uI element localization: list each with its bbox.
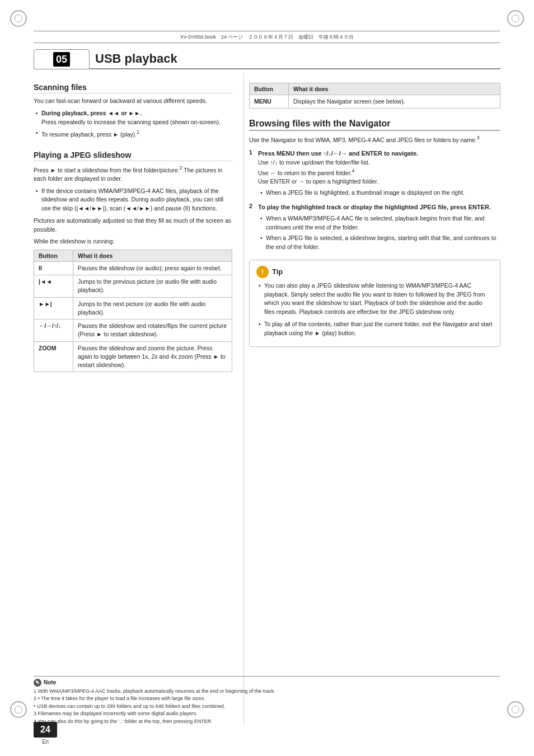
slideshow-row-action: Pauses the slideshow and zooms the pictu…	[73, 341, 232, 372]
step1-bullet: When a JPEG file is highlighted, a thumb…	[266, 189, 465, 198]
slideshow-row-button: ZOOM	[34, 341, 73, 372]
slideshow-row-action: Pauses the slideshow (or audio); press a…	[73, 262, 232, 275]
step1-heading: Press MENU then use ↑/↓/←/→ and ENTER to…	[258, 149, 465, 158]
scanning-bullet2: To resume playback, press ► (play).1	[41, 129, 232, 139]
note-line: 2 • The time it takes for the player to …	[34, 695, 500, 703]
step2-heading: To play the highlighted track or display…	[258, 203, 500, 212]
corner-decoration-br	[507, 701, 524, 718]
page-en-label: En	[42, 739, 49, 745]
slideshow-table-header-button: Button	[34, 250, 73, 262]
note-heading: ✎ Note	[34, 679, 500, 687]
slideshow-table-row: IIPauses the slideshow (or audio); press…	[34, 262, 232, 275]
page-number-area: 24 En	[34, 722, 57, 745]
note-icon: ✎	[34, 679, 41, 687]
chapter-number: 05	[53, 52, 70, 67]
nav-table-row: MENUDisplays the Navigator screen (see b…	[250, 95, 500, 109]
slideshow-table-row: ←/→/↑/↓Pauses the slideshow and rotates/…	[34, 320, 232, 341]
slideshow-table: Button What it does IIPauses the slidesh…	[34, 250, 232, 372]
slideshow-row-action: Jumps to the next picture (or audio file…	[73, 297, 232, 319]
nav-row-button: MENU	[250, 95, 289, 109]
slideshow-row-button: ►►|	[34, 297, 73, 319]
scanning-bullet1-text: Press repeatedly to increase the scannin…	[41, 119, 221, 125]
tip-box: ! Tip You can also play a JPEG slideshow…	[249, 260, 500, 348]
tip-icon: !	[256, 266, 269, 278]
slideshow-row-action: Pauses the slideshow and rotates/flips t…	[73, 320, 232, 341]
content-area: Scanning files You can fast-scan forward…	[34, 73, 500, 700]
tip-bullet2: To play all of the contents, rather than…	[264, 320, 493, 338]
slideshow-table-header-action: What it does	[73, 250, 232, 262]
jpeg-para1: Pictures are automatically adjusted so t…	[34, 217, 232, 234]
scanning-heading: Scanning files	[34, 83, 232, 93]
tip-bullet1: You can also play a JPEG slideshow while…	[264, 281, 493, 317]
step1-text2: Use ← to return to the parent folder.4	[258, 167, 465, 177]
note-line: 1 With WMA/MP3/MPEG-4 AAC tracks, playba…	[34, 688, 500, 696]
slideshow-table-row: ZOOMPauses the slideshow and zooms the p…	[34, 341, 232, 372]
nav-table-header-action: What it does	[289, 83, 500, 95]
browsing-heading: Browsing files with the Navigator	[249, 119, 500, 131]
chapter-tab: 05	[34, 49, 90, 69]
step1-content: Press MENU then use ↑/↓/←/→ and ENTER to…	[258, 149, 465, 199]
step2-content: To play the highlighted track or display…	[258, 203, 500, 254]
browsing-intro-text: Use the Navigator to find WMA, MP3, MPEG…	[249, 137, 477, 143]
slideshow-row-action: Jumps to the previous picture (or audio …	[73, 275, 232, 297]
header-text: XV-DV656.book 24 ページ ２００６年４月７日 金曜日 午後６時４…	[180, 34, 354, 41]
corner-decoration-tl	[10, 10, 27, 27]
slideshow-row-button: |◄◄	[34, 275, 73, 297]
jpeg-bullet1: If the device contains WMA/MP3/MPEG-4 AA…	[41, 187, 232, 213]
scanning-intro: You can fast-scan forward or backward at…	[34, 97, 232, 106]
page-title-bar: USB playback	[90, 49, 500, 69]
header-bar: XV-DV656.book 24 ページ ２００６年４月７日 金曜日 午後６時４…	[34, 31, 500, 43]
scanning-footnote: 1	[137, 129, 139, 135]
browsing-section: Browsing files with the Navigator Use th…	[249, 119, 500, 254]
jpeg-bullet1-text: If the device contains WMA/MP3/MPEG-4 AA…	[41, 187, 223, 212]
jpeg-para2: While the slideshow is running:	[34, 237, 232, 246]
corner-decoration-bl	[10, 701, 27, 718]
step1-footnote: 4	[352, 168, 355, 173]
scanning-bullet1: During playback, press ◄◄ or ►►. Press r…	[41, 109, 232, 127]
step2-number: 2	[249, 203, 256, 254]
slideshow-table-row: |◄◄Jumps to the previous picture (or aud…	[34, 275, 232, 297]
step2-bullet1: When a WMA/MP3/MPEG-4 AAC file is select…	[266, 214, 500, 232]
nav-row-action: Displays the Navigator screen (see below…	[289, 95, 500, 109]
nav-table-header-button: Button	[250, 83, 289, 95]
scanning-bullet2-text: To resume playback, press ► (play).	[41, 131, 137, 138]
step1-text1: Use ↑/↓ to move up/down the folder/file …	[258, 158, 465, 167]
jpeg-section: Playing a JPEG slideshow Press ► to star…	[34, 151, 232, 373]
note-section: ✎ Note 1 With WMA/MP3/MPEG-4 AAC tracks,…	[34, 676, 500, 726]
browsing-intro: Use the Navigator to find WMA, MP3, MPEG…	[249, 134, 500, 144]
corner-decoration-tr	[507, 10, 524, 27]
page-title: USB playback	[95, 51, 177, 66]
note-line: 3 Filenames may be displayed incorrectly…	[34, 710, 500, 718]
jpeg-intro-text: Press ► to start a slideshow from the fi…	[34, 166, 180, 173]
note-line: • USB devices can contain up to 299 fold…	[34, 703, 500, 711]
slideshow-table-row: ►►|Jumps to the next picture (or audio f…	[34, 297, 232, 319]
tip-heading: ! Tip	[256, 266, 493, 278]
tip-label: Tip	[272, 267, 283, 276]
note-lines: 1 With WMA/MP3/MPEG-4 AAC tracks, playba…	[34, 688, 500, 726]
step2-bullet2: When a JPEG file is selected, a slidesho…	[266, 234, 500, 252]
right-column: Button What it does MENUDisplays the Nav…	[243, 73, 500, 700]
step2-item: 2 To play the highlighted track or displ…	[249, 203, 500, 254]
jpeg-intro: Press ► to start a slideshow from the fi…	[34, 165, 232, 184]
step1-item: 1 Press MENU then use ↑/↓/←/→ and ENTER …	[249, 149, 500, 199]
step1-number: 1	[249, 149, 256, 199]
nav-small-table: Button What it does MENUDisplays the Nav…	[249, 83, 500, 109]
scanning-section: Scanning files You can fast-scan forward…	[34, 83, 232, 139]
slideshow-row-button: ←/→/↑/↓	[34, 320, 73, 341]
step1-text3: Use ENTER or → to open a highlighted fol…	[258, 177, 465, 186]
page-number: 24	[34, 722, 57, 738]
browsing-footnote: 3	[477, 135, 480, 140]
note-line: 4 You can also do this by going to the '…	[34, 718, 500, 726]
scanning-bullet1-heading: During playback, press ◄◄ or ►►.	[41, 110, 142, 116]
slideshow-row-button: II	[34, 262, 73, 275]
left-column: Scanning files You can fast-scan forward…	[34, 73, 243, 700]
note-label: Note	[44, 679, 56, 685]
jpeg-heading: Playing a JPEG slideshow	[34, 151, 232, 161]
